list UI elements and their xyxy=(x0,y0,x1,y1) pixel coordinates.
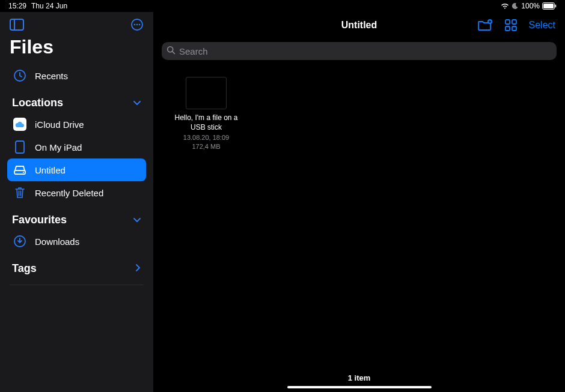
sidebar-item-label: Untitled xyxy=(35,165,66,175)
section-label: Tags xyxy=(12,262,37,275)
svg-rect-17 xyxy=(505,26,510,31)
section-header-tags[interactable]: Tags xyxy=(0,253,153,279)
clock-icon xyxy=(13,69,26,82)
item-count-footer: 1 item xyxy=(153,370,565,392)
file-date: 13.08.20, 18:09 xyxy=(183,133,229,142)
status-time: 15:29 xyxy=(8,2,26,10)
dnd-moon-icon xyxy=(512,2,519,10)
chevron-down-icon xyxy=(133,97,141,109)
svg-rect-16 xyxy=(512,20,516,24)
svg-point-6 xyxy=(134,24,136,26)
sidebar-item-untitled[interactable]: Untitled xyxy=(7,158,146,181)
files-grid: Hello, I'm a file on a USB stick 13.08.2… xyxy=(153,65,565,370)
svg-line-20 xyxy=(173,51,175,53)
home-indicator[interactable] xyxy=(287,386,432,388)
file-name: Hello, I'm a file on a USB stick xyxy=(170,113,242,132)
ipad-icon xyxy=(13,140,26,154)
status-bar: 15:29 Thu 24 Jun 100% xyxy=(0,0,565,12)
trash-icon xyxy=(13,186,26,199)
file-thumbnail xyxy=(186,77,227,109)
section-label: Locations xyxy=(12,97,63,109)
svg-rect-1 xyxy=(543,4,554,8)
sidebar-title: Files xyxy=(0,36,153,64)
chevron-down-icon xyxy=(133,214,141,226)
sidebar-item-label: Recents xyxy=(35,71,68,81)
new-folder-icon[interactable] xyxy=(477,19,493,31)
section-header-locations[interactable]: Locations xyxy=(0,87,153,113)
section-divider xyxy=(10,285,144,285)
sidebar-item-downloads[interactable]: Downloads xyxy=(7,230,146,253)
battery-icon xyxy=(542,2,557,10)
svg-rect-2 xyxy=(555,5,557,8)
download-icon xyxy=(13,235,26,248)
svg-point-7 xyxy=(136,24,138,26)
svg-rect-10 xyxy=(16,141,24,153)
file-size: 172,4 MB xyxy=(192,142,220,151)
status-date: Thu 24 Jun xyxy=(31,2,67,10)
chevron-right-icon xyxy=(135,262,141,275)
search-icon xyxy=(166,46,176,57)
sidebar-item-label: Recently Deleted xyxy=(35,188,103,198)
search-input[interactable] xyxy=(179,46,552,56)
select-button[interactable]: Select xyxy=(529,20,555,31)
section-label: Favourites xyxy=(12,214,67,226)
file-item[interactable]: Hello, I'm a file on a USB stick 13.08.2… xyxy=(170,77,242,151)
sidebar-item-icloud-drive[interactable]: iCloud Drive xyxy=(7,113,146,136)
content-header: Untitled Select xyxy=(153,12,565,38)
sidebar: Files Recents Locations iCloud Drive xyxy=(0,12,153,392)
view-grid-icon[interactable] xyxy=(505,19,517,31)
content-title: Untitled xyxy=(341,20,377,31)
wifi-icon xyxy=(501,3,509,9)
sidebar-toggle-icon[interactable] xyxy=(10,19,24,33)
external-drive-icon xyxy=(13,163,26,176)
svg-rect-18 xyxy=(512,26,516,31)
icloud-icon xyxy=(13,118,26,131)
svg-point-8 xyxy=(139,24,141,26)
svg-rect-15 xyxy=(505,20,510,24)
section-header-favourites[interactable]: Favourites xyxy=(0,204,153,230)
search-bar[interactable] xyxy=(162,42,557,60)
content-area: Untitled Select Hello, xyxy=(153,12,565,392)
sidebar-item-label: Downloads xyxy=(35,237,79,247)
sidebar-item-recently-deleted[interactable]: Recently Deleted xyxy=(7,181,146,204)
sidebar-item-label: iCloud Drive xyxy=(35,119,84,130)
sidebar-item-label: On My iPad xyxy=(35,142,82,152)
more-options-icon[interactable] xyxy=(130,18,144,34)
svg-rect-3 xyxy=(10,19,23,30)
battery-percentage: 100% xyxy=(521,2,540,10)
svg-point-12 xyxy=(23,172,24,173)
sidebar-item-recents[interactable]: Recents xyxy=(7,64,146,87)
sidebar-item-on-my-ipad[interactable]: On My iPad xyxy=(7,136,146,158)
